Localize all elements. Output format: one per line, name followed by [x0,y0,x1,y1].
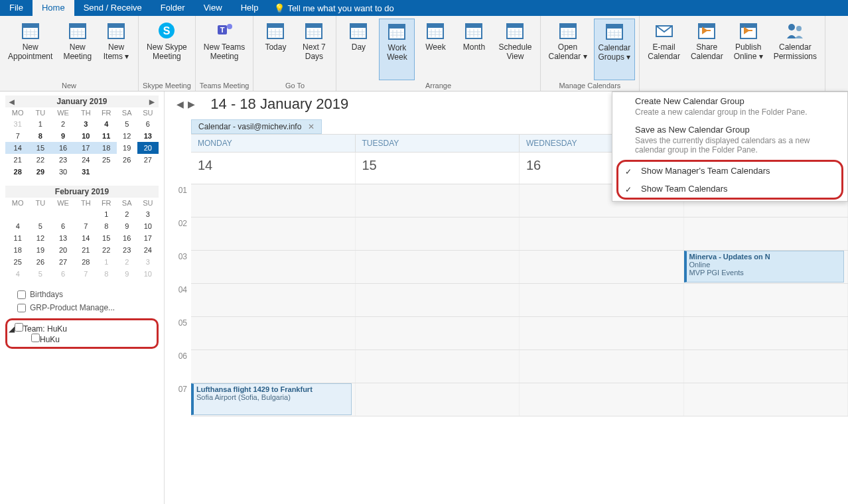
calendar-checkbox[interactable] [17,290,26,299]
menu-tab-help[interactable]: Help [232,0,268,16]
mini-calendar-day[interactable]: 1 [96,256,117,268]
mini-calendar-day[interactable]: 28 [76,256,96,268]
next-week-button[interactable]: ▶ [188,99,195,109]
time-cell[interactable] [356,350,520,383]
mini-calendar-day[interactable]: 26 [30,256,50,268]
day-button[interactable]: Day [340,19,376,80]
calendar-list-item[interactable]: GRP-Product Manage... [5,301,159,314]
mini-calendar-day[interactable]: 4 [5,268,30,280]
mini-calendar-day[interactable]: 30 [50,166,75,178]
open-calendar-button[interactable]: OpenCalendar ▾ [545,19,591,80]
team-calendar-checkbox[interactable] [31,334,40,342]
mini-calendar-day[interactable] [117,166,137,178]
mini-calendar-day[interactable]: 9 [117,220,137,232]
mini-calendar-day[interactable]: 24 [76,154,96,166]
time-cell[interactable] [684,350,849,383]
mini-calendar-day[interactable]: 3 [137,208,159,220]
mini-calendar-day[interactable] [30,208,50,220]
mini-calendar-day[interactable]: 7 [76,268,96,280]
time-cell[interactable] [356,251,520,283]
mini-calendar-day[interactable]: 6 [50,268,75,280]
mini-calendar-day[interactable]: 7 [76,220,96,232]
team-calendar-item[interactable]: HuKu [9,334,155,344]
mini-calendar-day[interactable]: 11 [96,130,117,142]
mini-calendar-day[interactable]: 8 [30,130,50,142]
calendar-event[interactable]: Minerva - Updates on N Online MVP PGI Ev… [684,251,845,283]
mini-calendar-day[interactable]: 2 [117,208,137,220]
today-button[interactable]: Today [257,19,293,80]
mini-calendar-day[interactable]: 22 [96,244,117,256]
mini-calendar-day[interactable]: 16 [50,142,75,154]
mini-calendar-day[interactable]: 23 [117,244,137,256]
time-cell[interactable] [356,218,520,250]
mini-calendar-day[interactable]: 5 [117,118,137,130]
mini-calendar-day[interactable]: 4 [96,118,117,130]
time-cell[interactable] [356,184,520,217]
close-tab-button[interactable]: ✕ [308,122,315,131]
mini-calendar-day[interactable]: 31 [5,118,30,130]
time-cell[interactable] [684,284,849,316]
mini-calendar-day[interactable]: 10 [137,268,159,280]
next-7-days-button[interactable]: Next 7Days [296,19,332,80]
calendar-groups-button[interactable]: CalendarGroups ▾ [594,19,636,80]
dropdown-item[interactable]: Save as New Calendar Group Saves the cur… [612,121,847,158]
mini-calendar-day[interactable]: 12 [117,130,137,142]
mini-calendar-day[interactable] [5,208,30,220]
mini-calendar-day[interactable]: 19 [30,244,50,256]
menu-tab-file[interactable]: File [0,0,33,16]
time-cell[interactable] [520,218,684,250]
time-cell[interactable] [684,218,849,250]
next-month-button[interactable]: ▶ [147,98,157,105]
time-cell[interactable] [520,383,684,416]
mini-calendar-day[interactable]: 1 [96,208,117,220]
mini-calendar-day[interactable]: 29 [30,166,50,178]
mini-calendar-day[interactable]: 7 [5,130,30,142]
mini-calendar-day[interactable]: 21 [5,154,30,166]
mini-calendar-day[interactable]: 19 [117,142,137,154]
new-appointment-button[interactable]: NewAppointment [4,19,56,80]
time-cell[interactable] [356,284,520,316]
calendar-tab[interactable]: Calendar - vasil@michev.info✕ [191,119,322,134]
time-cell[interactable] [684,383,849,416]
mini-calendar-day[interactable]: 18 [5,244,30,256]
time-cell[interactable] [520,350,684,383]
mini-calendar-day[interactable]: 17 [137,232,159,244]
mini-calendar-day[interactable]: 15 [96,232,117,244]
time-cell[interactable] [191,251,356,283]
mini-calendar-day[interactable]: 31 [76,166,96,178]
mini-calendar-day[interactable]: 1 [30,118,50,130]
calendar-event[interactable]: Lufthansa flight 1429 to Frankfurt Sofia… [191,383,352,415]
work-week-button[interactable]: WorkWeek [379,19,415,80]
publish-online-button[interactable]: PublishOnline ▾ [730,19,767,88]
mini-calendar-day[interactable]: 17 [76,142,96,154]
share-calendar-button[interactable]: ShareCalendar [687,19,727,88]
mini-calendar-day[interactable]: 26 [117,154,137,166]
mini-calendar-day[interactable]: 25 [96,154,117,166]
dropdown-check-item[interactable]: ✓ Show Manager's Team Calendars [618,162,841,180]
new-skype-meeting-button[interactable]: S New SkypeMeeting [143,19,191,80]
prev-month-button[interactable]: ◀ [7,98,17,105]
mini-calendar-day[interactable]: 10 [76,130,96,142]
mini-calendar-day[interactable]: 14 [76,232,96,244]
mini-calendar-day[interactable]: 6 [137,118,159,130]
week-button[interactable]: Week [417,19,453,80]
mini-calendar-day[interactable]: 27 [50,256,75,268]
mini-calendar-day[interactable]: 27 [137,154,159,166]
mini-calendar-day[interactable]: 5 [30,268,50,280]
mini-calendar-day[interactable] [50,208,75,220]
mini-calendar-day[interactable] [76,208,96,220]
time-cell[interactable] [684,317,849,349]
mini-calendar-day[interactable]: 23 [50,154,75,166]
mini-calendar-day[interactable]: 3 [76,118,96,130]
menu-tab-folder[interactable]: Folder [151,0,194,16]
mini-calendar-day[interactable] [137,166,159,178]
calendar-list-item[interactable]: Birthdays [5,288,159,301]
menu-tab-home[interactable]: Home [33,0,74,16]
time-cell[interactable] [191,317,356,349]
mini-calendar-day[interactable]: 13 [137,130,159,142]
mini-calendar-day[interactable]: 22 [30,154,50,166]
mini-calendar-day[interactable]: 2 [117,256,137,268]
time-cell[interactable] [520,284,684,316]
time-cell[interactable] [191,284,356,316]
mini-calendar-day[interactable]: 28 [5,166,30,178]
